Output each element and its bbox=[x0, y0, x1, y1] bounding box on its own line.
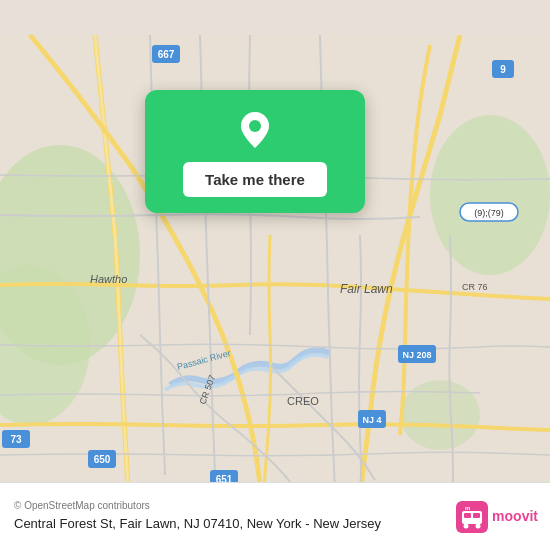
svg-point-36 bbox=[464, 523, 469, 528]
svg-point-37 bbox=[476, 523, 481, 528]
svg-point-4 bbox=[400, 380, 480, 450]
svg-text:CREO: CREO bbox=[287, 395, 319, 407]
svg-text:CR 76: CR 76 bbox=[462, 282, 488, 292]
svg-text:m: m bbox=[465, 505, 470, 511]
bottom-bar: © OpenStreetMap contributors Central For… bbox=[0, 482, 550, 550]
map-container: 667 9 (9);(79) 73 650 651 NJ 20 NJ 208 N… bbox=[0, 0, 550, 550]
svg-text:Fair Lawn: Fair Lawn bbox=[340, 282, 393, 296]
moovit-icon: m bbox=[456, 501, 488, 533]
svg-point-3 bbox=[430, 115, 550, 275]
svg-point-31 bbox=[249, 120, 261, 132]
copyright-text: © OpenStreetMap contributors bbox=[14, 500, 381, 511]
moovit-logo: m moovit bbox=[456, 501, 538, 533]
address-text: Central Forest St, Fair Lawn, NJ 07410, … bbox=[14, 515, 381, 533]
svg-text:Hawtho: Hawtho bbox=[90, 273, 127, 285]
svg-rect-35 bbox=[473, 513, 480, 518]
svg-text:NJ 208: NJ 208 bbox=[402, 350, 431, 360]
take-me-there-button[interactable]: Take me there bbox=[183, 162, 327, 197]
bottom-left-info: © OpenStreetMap contributors Central For… bbox=[14, 500, 381, 533]
moovit-text: moovit bbox=[492, 508, 538, 525]
svg-text:9: 9 bbox=[500, 64, 506, 75]
svg-text:667: 667 bbox=[158, 49, 175, 60]
moovit-brand-name: moovit bbox=[492, 508, 538, 525]
svg-text:650: 650 bbox=[94, 454, 111, 465]
location-pin-icon bbox=[233, 108, 277, 152]
svg-text:NJ 4: NJ 4 bbox=[362, 415, 381, 425]
svg-text:73: 73 bbox=[10, 434, 22, 445]
svg-text:(9);(79): (9);(79) bbox=[474, 208, 504, 218]
svg-rect-34 bbox=[464, 513, 471, 518]
popup-card: Take me there bbox=[145, 90, 365, 213]
